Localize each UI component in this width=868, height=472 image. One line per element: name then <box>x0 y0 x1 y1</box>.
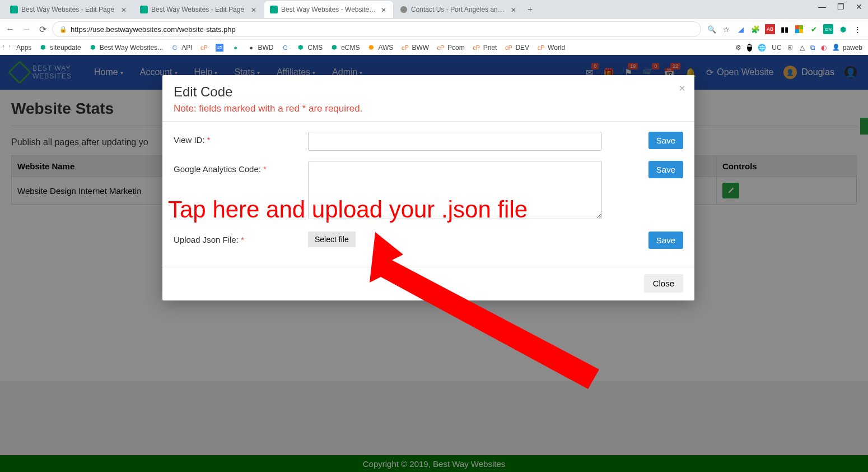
dot-icon: ● <box>247 44 255 52</box>
ext-icon[interactable]: AB <box>765 24 775 34</box>
cpanel-icon: cP <box>437 44 445 52</box>
maximize-icon[interactable]: ❐ <box>837 2 844 11</box>
bookmark-item[interactable]: cP <box>200 44 208 52</box>
address-bar: ← → ⟳ 🔒 https://use.bestwaywebsites.com/… <box>0 19 868 39</box>
bookmark-icon: ⬢ <box>297 44 305 52</box>
star-icon[interactable]: ☆ <box>721 24 731 34</box>
cpanel-icon: cP <box>505 44 512 52</box>
bookmarks-bar: ⋮⋮⋮Apps ⬢siteupdate ⬢Best Way Websites..… <box>0 39 868 55</box>
browser-tab[interactable]: Best Way Websites - Edit Page ✕ <box>134 1 263 18</box>
bookmark-item[interactable]: G <box>281 44 289 52</box>
cpanel-icon: cP <box>473 44 480 52</box>
bookmark-item[interactable]: ⬢CMS <box>297 44 323 52</box>
new-tab-button[interactable]: + <box>528 4 533 15</box>
view-id-label: View ID: * <box>174 132 308 145</box>
toolbar-icons: 🔍 ☆ ◢ 🧩 AB ▮▮ ✔ ON ⬢ ⋮ <box>707 24 862 34</box>
reload-icon[interactable]: ⟳ <box>39 24 46 35</box>
modal-body: View ID: * Save Google Analytics Code: *… <box>162 121 694 266</box>
pocket-icon[interactable]: ◐ <box>821 44 827 52</box>
url-text: https://use.bestwaywebsites.com/website-… <box>71 25 236 34</box>
shield-icon[interactable]: ⛨ <box>787 44 794 52</box>
save-button[interactable]: Save <box>648 132 683 149</box>
cpanel-icon: cP <box>537 44 545 52</box>
browser-tab-active[interactable]: Best Way Websites - Website Stat ✕ <box>264 1 393 18</box>
bookmark-item[interactable]: 👤paweb <box>832 44 862 52</box>
ext-icon[interactable]: ◢ <box>736 24 746 34</box>
zoom-icon[interactable]: 🔍 <box>707 24 717 34</box>
bookmark-item[interactable]: cPWorld <box>537 44 565 52</box>
window-controls: — ❐ ✕ <box>818 2 862 11</box>
select-file-button[interactable]: Select file <box>308 232 356 247</box>
edit-code-modal: Edit Code Note: fields marked with a red… <box>162 75 694 300</box>
close-button[interactable]: Close <box>644 274 683 293</box>
ga-code-textarea[interactable] <box>308 161 602 219</box>
dropbox-icon[interactable]: ⧉ <box>810 44 815 52</box>
globe-icon[interactable]: 🌐 <box>758 44 766 52</box>
bookmark-item[interactable]: cPPnet <box>473 44 497 52</box>
bookmark-item[interactable]: GAPI <box>171 44 192 52</box>
minimize-icon[interactable]: — <box>818 2 826 11</box>
svg-rect-6 <box>795 29 799 33</box>
svg-rect-1 <box>140 6 148 13</box>
forward-icon[interactable]: → <box>22 24 31 34</box>
ext-icon[interactable]: ON <box>823 24 833 34</box>
view-id-input[interactable] <box>308 132 602 151</box>
close-window-icon[interactable]: ✕ <box>856 2 862 11</box>
close-icon[interactable]: ✕ <box>381 6 388 13</box>
bookmark-item[interactable]: ⬢Best Way Websites... <box>89 44 163 52</box>
lock-icon: 🔒 <box>59 26 67 33</box>
ext-icon[interactable]: ⬢ <box>838 24 848 34</box>
tab-title: Best Way Websites - Website Stat <box>281 6 377 13</box>
close-icon[interactable]: × <box>679 82 685 95</box>
close-icon[interactable]: ✕ <box>511 6 517 13</box>
bookmark-icon: ⬢ <box>39 44 47 52</box>
calendar-icon: 25 <box>216 44 223 52</box>
ext-icon[interactable]: 🧩 <box>750 24 760 34</box>
svg-rect-4 <box>795 25 799 29</box>
iab-icon[interactable]: iab <box>747 44 752 52</box>
favicon-icon <box>10 6 18 13</box>
bookmark-icon: ⬢ <box>89 44 97 52</box>
uc-icon[interactable]: UC <box>772 44 781 52</box>
ext-icon[interactable]: ▮▮ <box>780 24 790 34</box>
url-input[interactable]: 🔒 https://use.bestwaywebsites.com/websit… <box>52 21 701 37</box>
bookmark-item[interactable]: cPBWW <box>401 44 429 52</box>
browser-tab[interactable]: Best Way Websites - Edit Page ✕ <box>4 1 133 18</box>
close-icon[interactable]: ✕ <box>251 6 258 13</box>
bookmark-item[interactable]: ●BWD <box>247 44 273 52</box>
modal-footer: Close <box>162 266 694 300</box>
back-icon[interactable]: ← <box>6 24 15 34</box>
right-bookmarks: ⚙ iab 🌐 UC ⛨ △ ⧉ ◐ 👤paweb <box>735 44 862 52</box>
bookmark-item[interactable]: cPPcom <box>437 44 465 52</box>
bookmark-item[interactable]: cPDEV <box>505 44 529 52</box>
bookmark-item[interactable]: ● <box>231 44 239 52</box>
svg-rect-2 <box>270 6 278 13</box>
svg-rect-7 <box>799 29 803 33</box>
google-icon: G <box>171 44 179 52</box>
save-button[interactable]: Save <box>648 232 683 249</box>
drive-icon[interactable]: △ <box>800 44 805 52</box>
upload-label: Upload Json File: * <box>174 232 308 244</box>
form-row-viewid: View ID: * Save <box>174 132 683 151</box>
ext-icon[interactable]: ✔ <box>809 24 819 34</box>
bookmark-item[interactable]: ⬢eCMS <box>330 44 360 52</box>
svg-rect-0 <box>10 6 18 13</box>
modal-title: Edit Code <box>174 84 683 100</box>
ext-icon[interactable]: ⚙ <box>735 44 741 52</box>
menu-icon[interactable]: ⋮ <box>852 24 862 34</box>
bookmark-item[interactable]: ⬢siteupdate <box>39 44 81 52</box>
form-row-upload: Upload Json File: * Select file Save <box>174 232 683 249</box>
tab-title: Best Way Websites - Edit Page <box>151 6 248 13</box>
modal-header: Edit Code Note: fields marked with a red… <box>162 75 694 121</box>
bookmark-item[interactable]: 25 <box>216 44 223 52</box>
tab-title: Best Way Websites - Edit Page <box>21 6 118 13</box>
browser-tab[interactable]: Contact Us - Port Angeles and Se ✕ <box>394 1 523 18</box>
favicon-icon <box>140 6 148 13</box>
cube-icon: ⬣ <box>367 44 375 52</box>
save-button[interactable]: Save <box>648 161 683 178</box>
avatar-icon: 👤 <box>832 44 840 52</box>
bookmark-item[interactable]: ⬣AWS <box>367 44 393 52</box>
apps-button[interactable]: ⋮⋮⋮Apps <box>6 44 31 52</box>
close-icon[interactable]: ✕ <box>121 6 128 13</box>
ext-icon[interactable] <box>794 24 804 34</box>
